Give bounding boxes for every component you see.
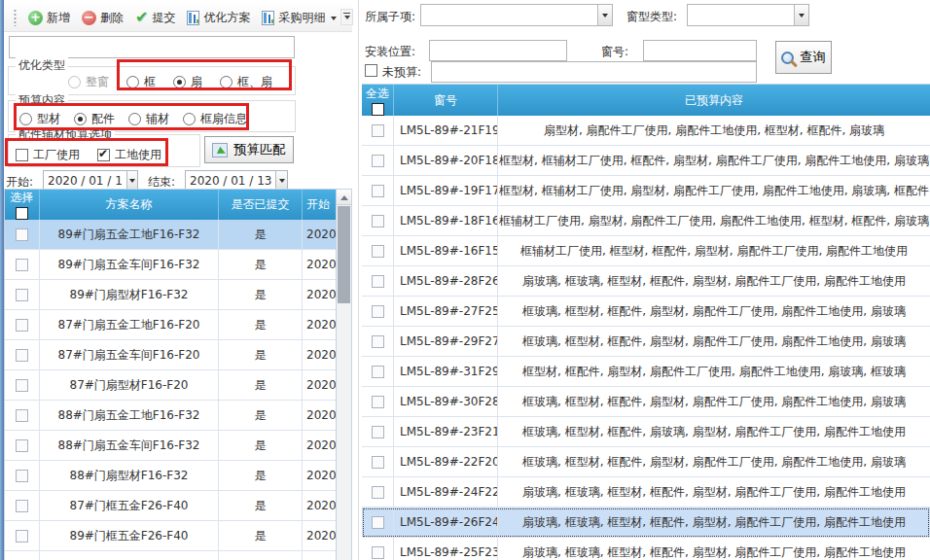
window-row[interactable]: LM5L-89#-29F27框玻璃, 框型材, 框配件, 扇型材, 扇配件工厂使…: [362, 327, 930, 357]
window-row[interactable]: LM5L-89#-23F21框玻璃, 框型材, 框配件, 扇玻璃, 扇型材, 扇…: [362, 417, 930, 447]
window-row[interactable]: LM5L-89#-24F22扇玻璃, 框玻璃, 框型材, 框配件, 扇型材, 扇…: [362, 477, 930, 508]
radio-optTypeRow-0[interactable]: 整窗: [68, 74, 109, 90]
window-row[interactable]: LM5L-89#-25F23扇玻璃, 框玻璃, 框型材, 框配件, 扇型材, 扇…: [362, 538, 930, 560]
row-checkbox[interactable]: [16, 500, 28, 512]
date-start-dropdown-icon[interactable]: [126, 171, 137, 191]
checkbox-label: 工厂使用: [33, 147, 80, 163]
plan-row[interactable]: 87#门扇五金工地F16-F20是2020/0: [5, 310, 338, 340]
toolbar-button-2[interactable]: 提交: [129, 7, 181, 29]
window-no-cell: LM5L-89#-30F28: [394, 387, 498, 416]
row-checkbox[interactable]: [372, 426, 384, 438]
row-checkbox[interactable]: [16, 259, 28, 271]
window-row[interactable]: LM5L-89#-28F26扇玻璃, 框玻璃, 框型材, 框配件, 扇型材, 扇…: [362, 266, 930, 297]
plan-row[interactable]: 88#门扇五金车间F16-F32是2020/0: [5, 431, 338, 461]
radio-dot-icon: [173, 76, 186, 88]
row-checkbox[interactable]: [372, 546, 384, 559]
plan-row[interactable]: 88#门框五金F21-F40是2020/0: [5, 551, 338, 560]
row-checkbox[interactable]: [372, 185, 384, 197]
date-end-dropdown-icon[interactable]: [275, 171, 287, 191]
plan-row[interactable]: 88#门扇型材F16-F32是2020/0: [5, 461, 338, 491]
plan-row[interactable]: 89#门框五金F26-F40是2020/0: [5, 521, 338, 551]
window-type-select[interactable]: [687, 4, 809, 26]
radio-label: 配件: [91, 111, 115, 127]
checkbox-usageRow-0[interactable]: 工厂使用: [16, 147, 80, 163]
toolbar-overflow-button[interactable]: [340, 9, 353, 25]
radio-budgetRow-1[interactable]: 配件: [74, 111, 115, 127]
plan-submitted-cell: 是: [219, 551, 303, 560]
window-row[interactable]: LM5L-89#-27F25框玻璃, 框型材, 框配件, 扇型材, 扇配件工厂使…: [362, 297, 930, 327]
budget-match-button[interactable]: 预算匹配: [204, 136, 294, 163]
window-row[interactable]: LM5L-89#-26F24扇玻璃, 框玻璃, 框型材, 框配件, 扇型材, 扇…: [362, 508, 930, 538]
select-all-checkbox[interactable]: [372, 103, 384, 116]
row-checkbox[interactable]: [16, 289, 28, 301]
checkbox-usageRow-1[interactable]: 工地使用: [97, 147, 161, 163]
row-checkbox[interactable]: [372, 305, 384, 318]
row-checkbox[interactable]: [16, 228, 28, 241]
window-row-select-cell: [362, 417, 394, 446]
window-panel: 所属子项: 窗型类型: 安装位置: 窗号: 未预算: 查询 全选 窗号 已预算内…: [362, 0, 930, 560]
window-row[interactable]: LM5L-89#-22F20框玻璃, 框型材, 框配件, 扇型材, 扇配件工厂使…: [362, 447, 930, 477]
window-row[interactable]: LM5L-89#-18F16框辅材工厂使用, 扇型材, 扇配件工厂使用, 扇配件…: [362, 206, 930, 236]
window-row[interactable]: LM5L-89#-21F19扇型材, 扇配件工厂使用, 扇配件工地使用, 框型材…: [362, 116, 930, 146]
plan-row[interactable]: 89#门扇五金工地F16-F32是2020/0: [5, 220, 338, 250]
row-checkbox[interactable]: [372, 516, 384, 529]
row-checkbox[interactable]: [372, 155, 384, 167]
plan-filter-input[interactable]: [9, 36, 295, 58]
window-no-input[interactable]: [643, 40, 757, 61]
install-pos-input[interactable]: [429, 40, 567, 61]
radio-budgetRow-3[interactable]: 框扇信息: [183, 111, 247, 127]
window-row[interactable]: LM5L-89#-16F15框辅材工厂使用, 框型材, 框配件, 扇型材, 扇配…: [362, 236, 930, 266]
sub-item-select[interactable]: [420, 4, 613, 26]
window-row[interactable]: LM5L-89#-31F29框型材, 框配件, 扇型材, 扇配件工厂使用, 扇配…: [362, 357, 930, 387]
row-checkbox[interactable]: [372, 396, 384, 408]
radio-label: 扇: [191, 74, 202, 90]
row-checkbox[interactable]: [16, 530, 28, 542]
toolbar-button-0[interactable]: 新增: [22, 7, 76, 29]
row-checkbox[interactable]: [372, 245, 384, 258]
window-type-dropdown-icon[interactable]: [794, 5, 808, 25]
plan-row[interactable]: 89#门扇五金车间F16-F32是2020/0: [5, 250, 338, 280]
radio-optTypeRow-2[interactable]: 扇: [173, 74, 202, 90]
window-row[interactable]: LM5L-89#-30F28框玻璃, 框型材, 框配件, 扇型材, 扇配件工厂使…: [362, 387, 930, 417]
no-budget-input[interactable]: [431, 61, 757, 83]
row-checkbox[interactable]: [16, 439, 28, 452]
plan-row[interactable]: 88#门扇五金工地F16-F32是2020/0: [5, 401, 338, 431]
row-checkbox[interactable]: [372, 215, 384, 228]
plan-select-all-checkbox[interactable]: [16, 207, 28, 220]
window-row[interactable]: LM5L-89#-20F18框型材, 框辅材工厂使用, 框配件, 扇型材, 扇配…: [362, 146, 930, 176]
row-checkbox[interactable]: [16, 349, 28, 362]
row-checkbox[interactable]: [16, 470, 28, 482]
row-checkbox[interactable]: [16, 319, 28, 332]
radio-optTypeRow-3[interactable]: 框、扇: [220, 74, 272, 90]
toolbar-button-1[interactable]: 删除: [76, 7, 129, 29]
radio-optTypeRow-1[interactable]: 框: [126, 74, 156, 90]
row-checkbox[interactable]: [16, 409, 28, 422]
query-button[interactable]: 查询: [775, 41, 832, 74]
toolbar-button-4[interactable]: 采购明细: [256, 7, 342, 29]
row-checkbox[interactable]: [372, 124, 384, 137]
chevron-down-icon[interactable]: [331, 17, 337, 23]
radio-budgetRow-0[interactable]: 型材: [19, 111, 60, 127]
scroll-up-icon[interactable]: [337, 190, 351, 205]
radio-budgetRow-2[interactable]: 辅材: [128, 111, 169, 127]
row-checkbox[interactable]: [372, 275, 384, 288]
row-checkbox[interactable]: [372, 456, 384, 469]
plan-row-select-cell: [5, 370, 40, 400]
row-checkbox[interactable]: [372, 335, 384, 348]
plan-table-scrollbar[interactable]: [336, 190, 351, 560]
row-checkbox[interactable]: [372, 486, 384, 499]
toolbar-button-3[interactable]: 优化方案: [181, 7, 256, 29]
no-budget-checkbox[interactable]: [365, 64, 377, 77]
plan-row[interactable]: 87#门扇型材F16-F20是2020/0: [5, 370, 338, 401]
row-checkbox[interactable]: [372, 366, 384, 378]
sub-item-dropdown-icon[interactable]: [597, 5, 612, 25]
plan-submitted-cell: 是: [219, 250, 303, 279]
plan-row[interactable]: 89#门扇型材F16-F32是2020/0: [5, 280, 338, 310]
plan-row[interactable]: 87#门扇五金车间F16-F20是2020/0: [5, 340, 338, 370]
row-checkbox[interactable]: [16, 379, 28, 392]
scrollbar-thumb[interactable]: [338, 206, 350, 303]
plan-row[interactable]: 87#门框五金F26-F40是2020/0: [5, 491, 338, 521]
window-row[interactable]: LM5L-89#-19F17框型材, 框辅材工厂使用, 扇型材, 扇配件工厂使用…: [362, 176, 930, 206]
add-icon: [28, 11, 43, 25]
date-end-value: 2020 / 01 / 13: [186, 171, 275, 191]
